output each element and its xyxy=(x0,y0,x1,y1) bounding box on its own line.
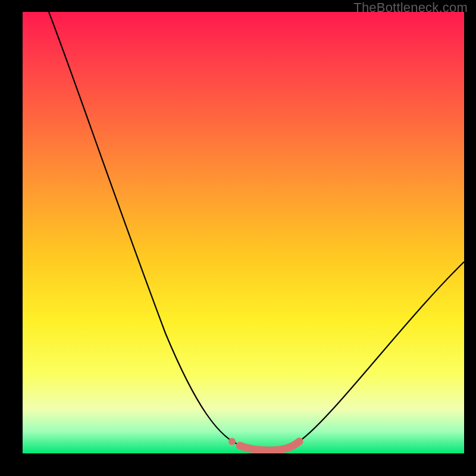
chart-frame: TheBottleneck.com xyxy=(0,0,476,476)
bottleneck-curve-svg xyxy=(23,12,464,453)
highlight-band xyxy=(240,441,299,450)
highlight-dot xyxy=(228,438,236,445)
bottleneck-curve xyxy=(49,12,464,450)
plot-area xyxy=(23,12,464,453)
